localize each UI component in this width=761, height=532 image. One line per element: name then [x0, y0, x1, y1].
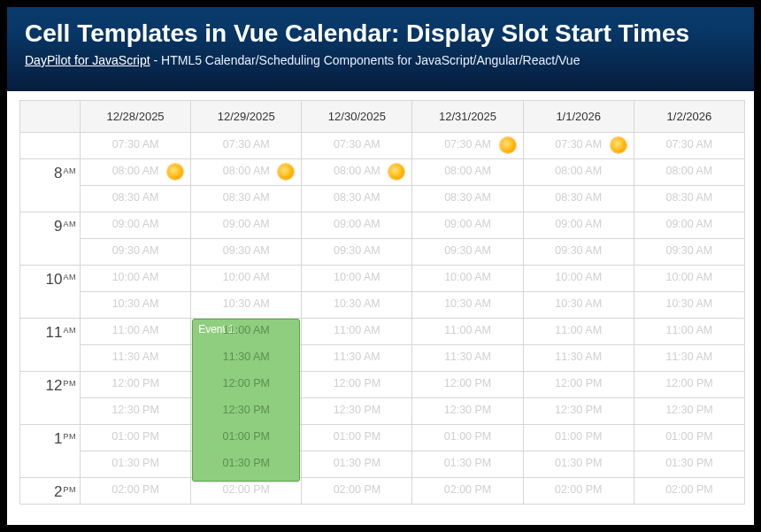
time-slot[interactable]: 09:00 AM	[634, 212, 744, 239]
time-slot[interactable]: 10:30 AM	[634, 292, 744, 319]
time-slot[interactable]: 09:30 AM	[191, 239, 302, 266]
time-slot[interactable]: 10:00 AM	[412, 266, 523, 292]
time-slot[interactable]: 07:30 AM	[81, 133, 191, 159]
time-slot[interactable]: 08:30 AM	[523, 186, 634, 212]
time-slot[interactable]: 12:00 PM	[634, 372, 744, 398]
time-slot[interactable]: 02:00 PM	[412, 478, 523, 505]
time-slot[interactable]: 09:30 AM	[523, 239, 634, 266]
time-slot[interactable]: 08:00 AM	[81, 159, 191, 186]
time-slot[interactable]: 11:30 AM	[412, 345, 523, 372]
slot-start-time: 01:30 PM	[302, 457, 411, 469]
time-slot[interactable]: 09:00 AM	[412, 212, 523, 239]
time-slot[interactable]: 08:00 AM	[191, 159, 302, 186]
slot-start-time: 11:30 AM	[412, 351, 522, 363]
time-slot[interactable]: 08:30 AM	[412, 186, 523, 212]
time-slot[interactable]: 10:00 AM	[191, 266, 302, 292]
time-slot[interactable]: 02:00 PM	[634, 478, 744, 505]
slot-start-time: 02:00 PM	[412, 483, 522, 496]
time-slot[interactable]: 02:00 PM	[523, 478, 634, 505]
time-slot[interactable]: 12:30 PM	[412, 398, 523, 425]
time-slot[interactable]: 08:00 AM	[634, 159, 744, 186]
corner-cell	[20, 101, 81, 133]
slot-start-time: 02:00 PM	[191, 483, 301, 496]
time-slot[interactable]: 07:30 AM	[523, 133, 634, 159]
time-slot[interactable]: 07:30 AM	[634, 133, 744, 159]
slot-start-time: 10:00 AM	[81, 271, 190, 283]
time-slot[interactable]: 11:30 AM	[634, 345, 744, 372]
time-slot[interactable]: 01:30 PM	[412, 451, 523, 478]
time-slot[interactable]: 01:30 PM	[634, 451, 744, 478]
daypilot-link[interactable]: DayPilot for JavaScript	[25, 53, 150, 67]
time-slot[interactable]: 02:00 PM	[81, 478, 191, 505]
slot-start-time: 10:00 AM	[302, 271, 411, 283]
time-slot[interactable]: 10:00 AM	[634, 266, 744, 292]
time-slot[interactable]: 10:30 AM	[523, 292, 634, 319]
time-slot[interactable]: 01:30 PM	[523, 451, 634, 478]
time-slot[interactable]: 09:00 AM	[523, 212, 634, 239]
time-slot[interactable]: 10:30 AM	[81, 292, 191, 319]
calendar-grid: 12/28/202512/29/202512/30/202512/31/2025…	[19, 100, 745, 505]
slot-start-time: 09:00 AM	[191, 218, 301, 230]
slot-start-time: 10:30 AM	[524, 297, 634, 310]
time-slot[interactable]: 01:00 PM	[81, 425, 191, 451]
time-slot[interactable]: 11:30 AM	[81, 345, 191, 372]
time-slot[interactable]: 08:00 AM	[523, 159, 634, 186]
time-slot[interactable]: 07:30 AM	[191, 133, 302, 159]
time-slot[interactable]: 10:00 AM	[302, 266, 412, 292]
time-slot[interactable]: 10:30 AM	[302, 292, 412, 319]
time-slot[interactable]: 01:00 PM	[523, 425, 634, 451]
time-slot[interactable]: 10:00 AM	[523, 266, 634, 292]
time-slot[interactable]: 11:00 AM	[634, 319, 744, 345]
slot-start-time: 08:00 AM	[524, 165, 634, 177]
time-slot[interactable]: 01:30 PM	[302, 451, 412, 478]
time-slot[interactable]: 08:30 AM	[302, 186, 412, 212]
time-slot[interactable]: 12:30 PM	[81, 398, 191, 425]
time-slot[interactable]: 09:30 AM	[81, 239, 191, 266]
time-slot[interactable]: 09:30 AM	[302, 239, 412, 266]
time-slot[interactable]: 12:30 PM	[302, 398, 412, 425]
time-slot[interactable]: 08:30 AM	[191, 186, 302, 212]
time-slot[interactable]: 12:00 PM	[302, 372, 412, 398]
time-slot[interactable]: 07:30 AM	[412, 133, 523, 159]
time-slot[interactable]: 09:00 AM	[191, 212, 302, 239]
time-slot[interactable]: 12:00 PM	[81, 372, 191, 398]
time-slot[interactable]: 11:00 AM	[81, 319, 191, 345]
slot-start-time: 10:30 AM	[81, 297, 190, 310]
time-slot[interactable]: 12:30 PM	[523, 398, 634, 425]
time-slot[interactable]: 01:00 PM	[412, 425, 523, 451]
sun-icon	[278, 164, 294, 180]
time-slot[interactable]: 09:30 AM	[412, 239, 523, 266]
time-slot[interactable]: 07:30 AM	[302, 133, 412, 159]
time-slot[interactable]: 11:30 AM	[523, 345, 634, 372]
hour-label	[20, 133, 81, 159]
time-slot[interactable]: 12:00 PM	[523, 372, 634, 398]
time-slot[interactable]: 11:30 AM	[302, 345, 412, 372]
time-slot[interactable]: 01:30 PM	[81, 451, 191, 478]
time-slot[interactable]: 09:30 AM	[634, 239, 744, 266]
time-slot[interactable]: 08:30 AM	[81, 186, 191, 212]
slot-start-time: 11:00 AM	[302, 324, 411, 336]
time-slot[interactable]: 09:00 AM	[81, 212, 191, 239]
time-slot[interactable]: 10:30 AM	[412, 292, 523, 319]
time-slot[interactable]: 09:00 AM	[302, 212, 412, 239]
day-column-header: 1/2/2026	[634, 101, 744, 133]
time-slot[interactable]: 08:00 AM	[412, 159, 523, 186]
time-slot[interactable]: 12:30 PM	[634, 398, 744, 425]
calendar-event[interactable]: Event 1	[192, 319, 300, 482]
time-slot[interactable]: 02:00 PM	[302, 478, 412, 505]
time-slot[interactable]: 10:30 AM	[191, 292, 302, 319]
time-slot[interactable]: 01:00 PM	[302, 425, 412, 451]
time-slot[interactable]: 11:00 AM	[523, 319, 634, 345]
time-slot[interactable]: 01:00 PM	[634, 425, 744, 451]
time-slot[interactable]: 11:00 AM	[302, 319, 412, 345]
sun-icon	[167, 164, 183, 180]
time-slot[interactable]: 10:00 AM	[81, 266, 191, 292]
slot-start-time: 12:30 PM	[634, 404, 744, 416]
time-slot[interactable]: 11:00 AM	[412, 319, 523, 345]
page-header: Cell Templates in Vue Calendar: Display …	[7, 7, 754, 91]
time-slot[interactable]: 12:00 PM	[412, 372, 523, 398]
time-slot[interactable]: 08:30 AM	[634, 186, 744, 212]
time-slot[interactable]: 02:00 PM	[191, 478, 302, 505]
time-slot[interactable]: 11:00 AMEvent 1	[191, 319, 302, 345]
time-slot[interactable]: 08:00 AM	[302, 159, 412, 186]
